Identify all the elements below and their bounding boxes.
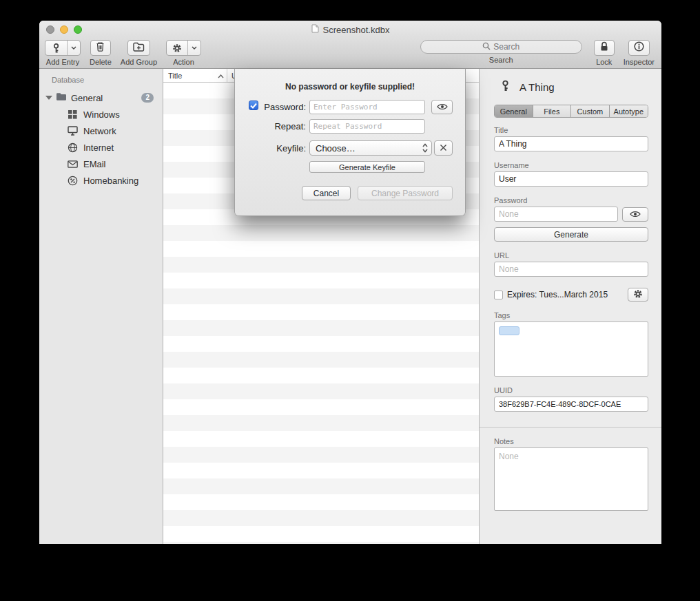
sheet-message: No password or keyfile supplied! xyxy=(235,82,465,92)
cancel-button[interactable]: Cancel xyxy=(302,186,351,200)
lock-label: Lock xyxy=(596,58,612,66)
sidebar-group-general[interactable]: General 2 xyxy=(39,89,163,106)
sheet-keyfile-label: Keyfile: xyxy=(258,143,306,154)
action-button[interactable] xyxy=(166,40,201,56)
notes-label: Notes xyxy=(494,437,648,445)
tab-files[interactable]: Files xyxy=(533,105,571,117)
password-enabled-checkbox[interactable] xyxy=(249,101,258,110)
username-label: Username xyxy=(494,161,648,169)
search-placeholder: Search xyxy=(493,42,519,52)
title-field[interactable] xyxy=(494,136,648,151)
toolbar: Add Entry Delete Add Group xyxy=(39,39,661,68)
check-icon xyxy=(250,99,257,112)
tab-custom[interactable]: Custom xyxy=(570,105,609,117)
expires-checkbox[interactable] xyxy=(494,291,503,299)
sidebar-item-label: Homebanking xyxy=(83,176,138,186)
add-entry-label: Add Entry xyxy=(46,58,79,66)
sidebar-item-label: EMail xyxy=(83,159,106,169)
clear-keyfile-button[interactable] xyxy=(434,140,453,156)
add-group-icon xyxy=(133,42,145,54)
password-field[interactable] xyxy=(494,207,618,222)
window-title: Screenshot.kdbx xyxy=(323,25,390,35)
sheet-reveal-password-button[interactable] xyxy=(431,100,453,114)
sidebar-item-label: Internet xyxy=(83,143,114,153)
info-icon xyxy=(634,41,644,54)
notes-field[interactable]: None xyxy=(494,447,648,511)
inspector-label: Inspector xyxy=(624,58,655,66)
windows-icon xyxy=(67,109,78,120)
minimize-button[interactable] xyxy=(60,25,68,34)
panel-divider xyxy=(480,427,661,428)
tab-autotype[interactable]: Autotype xyxy=(609,105,648,117)
eye-icon xyxy=(437,102,448,112)
sidebar-item-label: Windows xyxy=(83,109,120,120)
sidebar: Database General 2 Windows Network xyxy=(39,69,163,544)
uuid-label: UUID xyxy=(494,386,648,394)
search-input[interactable]: Search xyxy=(420,40,582,54)
disclosure-triangle-icon[interactable] xyxy=(45,96,52,100)
trash-icon xyxy=(96,41,105,54)
change-password-sheet: No password or keyfile supplied! Passwor… xyxy=(234,69,466,216)
sidebar-item-email[interactable]: EMail xyxy=(39,156,163,172)
url-field[interactable] xyxy=(494,262,648,277)
popup-arrows-icon xyxy=(422,143,428,153)
inspector-button[interactable] xyxy=(628,40,650,56)
password-label: Password xyxy=(494,196,648,204)
traffic-lights xyxy=(46,25,82,34)
search-label: Search xyxy=(489,56,513,64)
change-password-button[interactable]: Change Password xyxy=(358,186,453,200)
key-icon xyxy=(500,79,511,95)
tab-general[interactable]: General xyxy=(495,105,533,117)
expires-label: Expires: Tues...March 2015 xyxy=(507,290,608,299)
sidebar-item-internet[interactable]: Internet xyxy=(39,139,163,156)
network-icon xyxy=(67,126,78,136)
email-icon xyxy=(67,160,78,168)
window-chrome: Screenshot.kdbx Add Entry xyxy=(39,21,661,69)
column-header-title[interactable]: Title xyxy=(163,69,227,82)
sort-ascending-icon xyxy=(218,72,224,80)
gear-icon xyxy=(167,43,187,53)
sheet-password-input[interactable] xyxy=(309,100,425,114)
folder-icon xyxy=(56,92,67,104)
tag-chip[interactable] xyxy=(499,326,519,335)
sidebar-item-windows[interactable]: Windows xyxy=(39,106,163,123)
add-group-button[interactable] xyxy=(127,40,150,56)
add-entry-button[interactable] xyxy=(45,40,81,56)
sidebar-item-network[interactable]: Network xyxy=(39,123,163,139)
sidebar-item-homebanking[interactable]: Homebanking xyxy=(39,172,163,189)
gear-icon xyxy=(633,289,643,301)
delete-button[interactable] xyxy=(90,40,111,56)
username-field[interactable] xyxy=(494,171,648,187)
keyfile-popup-value: Choose… xyxy=(316,143,356,154)
document-icon xyxy=(311,23,319,36)
tags-label: Tags xyxy=(494,311,648,319)
generate-keyfile-button[interactable]: Generate Keyfile xyxy=(309,161,425,173)
titlebar: Screenshot.kdbx xyxy=(39,21,661,39)
sidebar-group-label: General xyxy=(71,93,103,103)
close-button[interactable] xyxy=(46,25,54,34)
app-window: Screenshot.kdbx Add Entry xyxy=(39,21,661,544)
lock-button[interactable] xyxy=(594,40,615,56)
content-area: Database General 2 Windows Network xyxy=(39,69,661,544)
close-x-icon xyxy=(440,143,447,154)
keyfile-popup-button[interactable]: Choose… xyxy=(309,140,432,156)
entry-count-badge: 2 xyxy=(141,93,154,103)
generate-password-button[interactable]: Generate xyxy=(494,227,648,242)
sheet-repeat-input[interactable] xyxy=(309,119,425,134)
action-label: Action xyxy=(173,58,194,66)
expires-settings-button[interactable] xyxy=(628,288,648,302)
uuid-field[interactable] xyxy=(494,397,648,412)
sidebar-section-header: Database xyxy=(39,74,163,89)
chevron-down-icon[interactable] xyxy=(187,41,200,55)
url-label: URL xyxy=(494,251,648,260)
notes-placeholder: None xyxy=(499,452,519,461)
reveal-password-button[interactable] xyxy=(622,207,648,222)
zoom-button[interactable] xyxy=(74,25,82,34)
tags-field[interactable] xyxy=(494,321,648,377)
key-icon xyxy=(45,43,67,54)
inspector-panel: A Thing General Files Custom Autotype Ti… xyxy=(479,69,661,544)
homebanking-icon xyxy=(67,176,78,186)
entry-title: A Thing xyxy=(519,81,555,93)
chevron-down-icon[interactable] xyxy=(67,41,80,55)
sheet-repeat-label: Repeat: xyxy=(258,121,306,131)
